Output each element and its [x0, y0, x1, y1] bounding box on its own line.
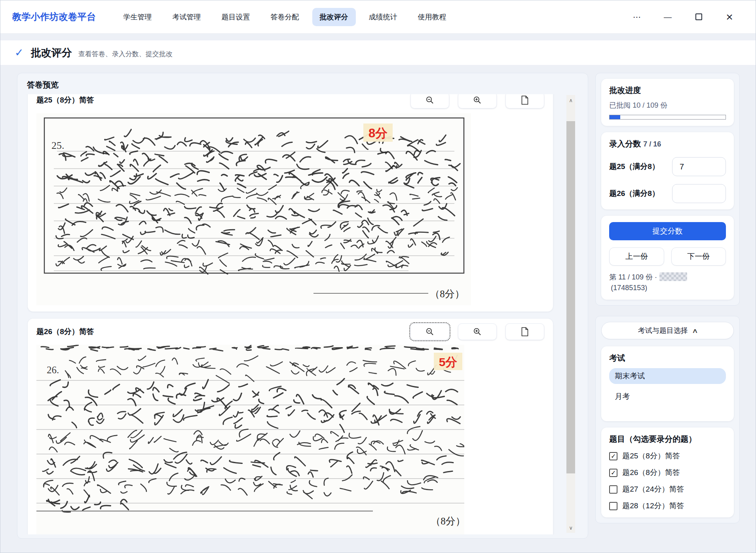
score-badge: 8分 — [369, 126, 387, 140]
progress-title: 批改进度 — [609, 85, 726, 96]
more-options-icon[interactable]: ⋯ — [631, 11, 642, 23]
grading-app-window: { "app": { "title": "教学小作坊改卷平台" }, "nav"… — [0, 0, 756, 553]
checkbox-label-q28: 题28（12分）简答 — [622, 501, 684, 511]
score-badge: 5分 — [439, 355, 458, 369]
answer-image-q25: 25. 8分 （8分） — [36, 113, 471, 305]
window-controls: ⋯ — × — [631, 11, 744, 23]
chevron-up-icon: ∧ — [691, 327, 698, 334]
question-checkbox-row-25[interactable]: ✓ 题25（8分）简答 — [609, 451, 726, 461]
zoom-in-button[interactable] — [458, 94, 497, 108]
title-bar: 教学小作坊改卷平台 学生管理 考试管理 题目设置 答卷分配 批改评分 成绩统计 … — [0, 0, 756, 34]
submit-score-button[interactable]: 提交分数 — [609, 222, 726, 240]
question-select-card: 题目（勾选要录分的题） ✓ 题25（8分）简答 ✓ 题26（8分）简答 题27（… — [601, 428, 734, 517]
question-number: 26. — [47, 365, 59, 375]
student-id: (17485153) — [611, 284, 647, 292]
checkbox-label-q25: 题25（8分）简答 — [622, 451, 680, 461]
checkbox-label-q27: 题27（24分）简答 — [622, 484, 684, 494]
question-checkbox-row-26[interactable]: ✓ 题26（8分）简答 — [609, 467, 726, 478]
scroll-down-icon[interactable]: ∨ — [566, 523, 575, 533]
checkbox-label-q26: 题26（8分）简答 — [622, 467, 680, 478]
previous-paper-button[interactable]: 上一份 — [609, 247, 664, 266]
question-card-25: 题25（8分）简答 — [28, 94, 553, 312]
maximize-icon[interactable] — [693, 11, 704, 23]
score-input-q25[interactable] — [672, 157, 726, 176]
preview-scrollbar[interactable]: ∧ ∨ — [566, 95, 575, 533]
page-subtitle: 查看答卷、录入分数、提交批改 — [78, 47, 173, 59]
page-header: ✓ 批改评分 查看答卷、录入分数、提交批改 — [0, 40, 756, 65]
nav-item-assign[interactable]: 答卷分配 — [263, 8, 307, 26]
nav-item-tutorial[interactable]: 使用教程 — [410, 8, 454, 26]
selector-collapse-label: 考试与题目选择 — [638, 326, 688, 335]
exam-item-1[interactable]: 月考 — [609, 389, 726, 405]
question-25-toolbar — [410, 94, 544, 108]
checkbox-q28[interactable] — [609, 502, 617, 510]
question-26-label: 题26（8分）简答 — [36, 327, 94, 337]
score-entry-counter: 7 / 16 — [643, 140, 661, 148]
magnifier-plus-icon — [473, 327, 482, 336]
nav-item-questions[interactable]: 题目设置 — [214, 8, 258, 26]
content-area: 答卷预览 题25（8分）简答 — [0, 65, 756, 539]
exam-list-card: 考试 期末考试 月考 — [601, 346, 734, 421]
question-checkbox-row-27[interactable]: 题27（24分）简答 — [609, 484, 726, 494]
question-26-toolbar — [410, 323, 544, 340]
score-label-q26: 题26（满分8） — [609, 188, 659, 199]
printed-score-blank: （8分） — [431, 516, 464, 526]
score-row-q25: 题25（满分8） — [609, 157, 726, 176]
close-icon[interactable]: × — [724, 11, 735, 23]
selector-collapse-button[interactable]: 考试与题目选择 ∧ — [601, 322, 734, 339]
view-document-button[interactable] — [505, 323, 544, 340]
actions-card: 提交分数 上一份 下一份 第 11 / 109 份 · (17485153) — [601, 216, 734, 300]
student-name-redacted — [659, 272, 687, 281]
checkbox-q25[interactable]: ✓ — [609, 452, 617, 460]
paper-position-info: 第 11 / 109 份 · (17485153) — [609, 272, 726, 293]
magnifier-plus-icon — [473, 96, 482, 105]
score-row-q26: 题26（满分8） — [609, 184, 726, 203]
page-title: 批改评分 — [31, 46, 72, 60]
checkbox-q27[interactable] — [609, 485, 617, 494]
paper-position-text: 第 11 / 109 份 · — [609, 273, 657, 281]
score-entry-title: 录入分数 — [609, 139, 641, 149]
scrollbar-thumb[interactable] — [566, 121, 575, 473]
app-title: 教学小作坊改卷平台 — [12, 11, 96, 23]
question-checkbox-row-28[interactable]: 题28（12分）简答 — [609, 501, 726, 511]
progress-card: 批改进度 已批阅 10 / 109 份 — [601, 79, 734, 126]
check-icon: ✓ — [15, 46, 24, 59]
checkbox-q26[interactable]: ✓ — [609, 469, 617, 477]
grading-tools-group: 批改进度 已批阅 10 / 109 份 录入分数 7 / 16 题25（满分8）… — [595, 73, 740, 306]
zoom-in-button[interactable] — [458, 323, 497, 340]
preview-title: 答卷预览 — [27, 80, 588, 90]
nav-item-exams[interactable]: 考试管理 — [165, 8, 209, 26]
scroll-up-icon[interactable]: ∧ — [566, 95, 575, 105]
sidebar: 批改进度 已批阅 10 / 109 份 录入分数 7 / 16 题25（满分8）… — [595, 73, 740, 534]
question-25-label: 题25（8分）简答 — [36, 95, 94, 105]
progress-text: 已批阅 10 / 109 份 — [609, 101, 726, 110]
minimize-icon[interactable]: — — [662, 11, 673, 23]
printed-score-blank: （8分） — [430, 289, 465, 299]
preview-scroll-viewport[interactable]: 题25（8分）简答 — [27, 94, 588, 534]
progress-bar-fill — [610, 115, 620, 119]
answer-preview-panel: 答卷预览 题25（8分）简答 — [17, 73, 588, 539]
nav-item-stats[interactable]: 成绩统计 — [361, 8, 405, 26]
document-icon — [521, 95, 529, 105]
main-nav: 学生管理 考试管理 题目设置 答卷分配 批改评分 成绩统计 使用教程 — [116, 8, 454, 26]
answer-image-q26: 26. 5分 （8分） — [36, 345, 464, 534]
view-document-button[interactable] — [505, 94, 544, 108]
zoom-out-button[interactable] — [410, 323, 449, 340]
document-icon — [521, 327, 529, 336]
question-number: 25. — [51, 140, 65, 151]
zoom-out-button[interactable] — [410, 94, 449, 108]
next-paper-button[interactable]: 下一份 — [671, 247, 726, 266]
exam-item-0[interactable]: 期末考试 — [609, 368, 726, 384]
score-input-q26[interactable] — [672, 184, 726, 203]
handwriting-strokes — [41, 345, 464, 512]
progress-bar — [609, 115, 726, 120]
question-card-26: 题26（8分）简答 — [28, 319, 553, 534]
magnifier-minus-icon — [425, 96, 434, 105]
magnifier-minus-icon — [425, 327, 434, 336]
score-label-q25: 题25（满分8） — [609, 162, 659, 172]
exam-question-selector-group: 考试与题目选择 ∧ 考试 期末考试 月考 题目（勾选要录分的题） ✓ 题25（8… — [595, 316, 740, 523]
nav-item-grading[interactable]: 批改评分 — [312, 8, 356, 26]
exam-section-title: 考试 — [609, 353, 726, 363]
nav-item-students[interactable]: 学生管理 — [116, 8, 160, 26]
question-section-title: 题目（勾选要录分的题） — [609, 434, 726, 445]
